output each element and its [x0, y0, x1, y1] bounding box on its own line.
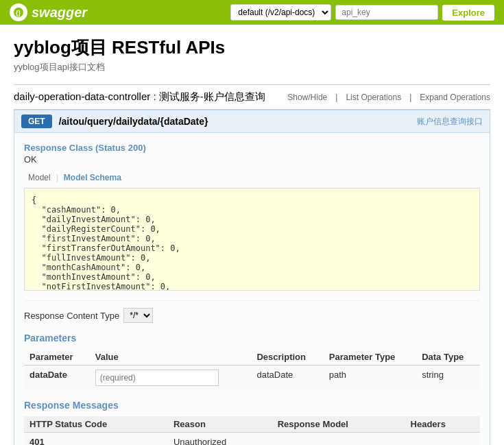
json-content: { "cashAmount": 0, "dailyInvestAmount": … — [32, 195, 472, 291]
model-tab[interactable]: Model — [24, 171, 55, 184]
param-col-value: Value — [90, 349, 252, 365]
http-method-badge: GET — [21, 115, 52, 128]
model-tabs: Model | Model Schema — [24, 171, 480, 184]
parameters-table: Parameter Value Description Parameter Ty… — [24, 349, 480, 390]
operation-block: GET /aitou/query/dailydata/{dataDate} 账户… — [14, 110, 490, 445]
param-name-cell: dataDate — [24, 365, 90, 391]
header-controls: default (/v2/api-docs) Explore — [230, 4, 494, 21]
rm-col-code: HTTP Status Code — [24, 416, 168, 433]
logo-area: {} swagger — [10, 3, 87, 21]
show-hide-link[interactable]: Show/Hide — [287, 93, 327, 102]
rm-reason-cell: Unauthorized — [168, 433, 272, 446]
explore-button[interactable]: Explore — [442, 5, 494, 21]
operation-path: /aitou/query/dailydata/{dataDate} — [59, 116, 417, 127]
svg-text:{}: {} — [16, 10, 21, 16]
table-row: 401 Unauthorized — [24, 433, 480, 446]
json-schema-box: { "cashAmount": 0, "dailyInvestAmount": … — [24, 188, 480, 291]
swagger-icon: {} — [10, 3, 27, 21]
param-description-cell: dataDate — [251, 365, 323, 391]
app-header: {} swagger default (/v2/api-docs) Explor… — [0, 0, 504, 25]
controller-title: daily-operation-data-controller : 测试服务-账… — [14, 91, 265, 104]
page-content: yyblog项目 RESTful APIs yyblog项目api接口文档 da… — [0, 25, 504, 445]
expand-operations-link[interactable]: Expand Operations — [420, 93, 490, 102]
operation-content: Response Class (Status 200) OK Model | M… — [14, 133, 490, 445]
response-messages-title: Response Messages — [24, 400, 480, 411]
param-type-cell: path — [324, 365, 416, 391]
page-subtitle: yyblog项目api接口文档 — [14, 61, 490, 73]
controller-header: daily-operation-data-controller : 测试服务-账… — [14, 84, 490, 110]
api-docs-dropdown[interactable]: default (/v2/api-docs) — [230, 4, 331, 21]
controller-actions: Show/Hide | List Operations | Expand Ope… — [287, 93, 490, 102]
model-schema-tab[interactable]: Model Schema — [60, 171, 125, 184]
content-type-label: Response Content Type — [24, 311, 119, 321]
content-type-select[interactable]: */* — [123, 308, 153, 323]
rm-headers-cell — [405, 433, 480, 446]
response-class-title: Response Class (Status 200) — [24, 143, 480, 153]
response-messages-table: HTTP Status Code Reason Response Model H… — [24, 416, 480, 445]
page-title: yyblog项目 RESTful APIs — [14, 36, 490, 60]
rm-code-cell: 401 — [24, 433, 168, 446]
rm-model-cell — [272, 433, 405, 446]
table-row: dataDate dataDate path string — [24, 365, 480, 391]
param-value-input[interactable] — [95, 370, 219, 386]
param-col-parameter: Parameter — [24, 349, 90, 365]
api-key-input[interactable] — [335, 5, 438, 20]
rm-col-headers: Headers — [405, 416, 480, 433]
app-title: swagger — [32, 5, 87, 21]
param-col-type: Parameter Type — [324, 349, 416, 365]
list-operations-link[interactable]: List Operations — [346, 93, 401, 102]
response-class-ok: OK — [24, 154, 480, 165]
operation-header: GET /aitou/query/dailydata/{dataDate} 账户… — [14, 110, 490, 133]
param-datatype-cell: string — [416, 365, 480, 391]
param-col-description: Description — [251, 349, 323, 365]
rm-col-reason: Reason — [168, 416, 272, 433]
operation-link[interactable]: 账户信息查询接口 — [417, 116, 483, 128]
param-value-cell — [90, 365, 252, 391]
rm-col-model: Response Model — [272, 416, 405, 433]
param-col-datatype: Data Type — [416, 349, 480, 365]
parameters-title: Parameters — [24, 333, 480, 344]
content-type-row: Response Content Type */* — [24, 300, 480, 323]
